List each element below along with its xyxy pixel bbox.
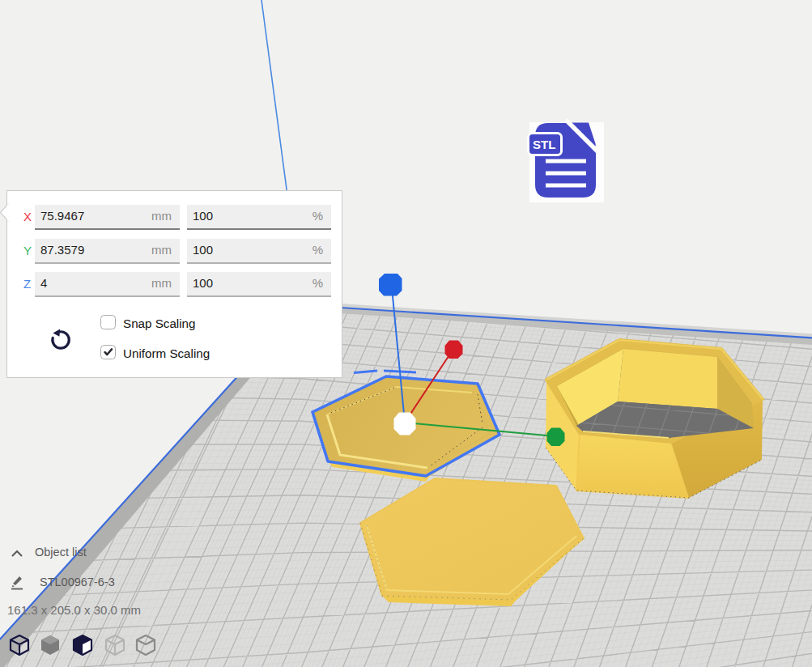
- svg-text:STL: STL: [533, 138, 555, 151]
